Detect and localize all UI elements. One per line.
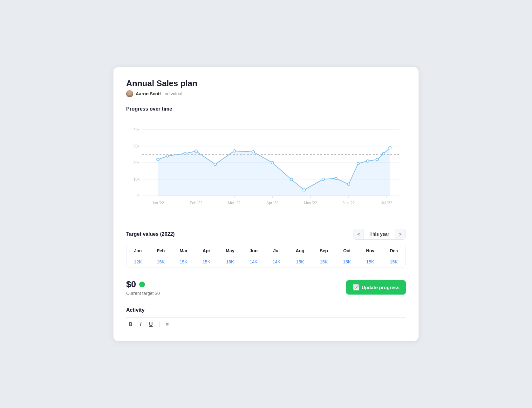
- svg-text:0: 0: [137, 194, 140, 198]
- svg-point-39: [366, 160, 369, 162]
- svg-text:Feb '22: Feb '22: [190, 201, 202, 205]
- year-nav: < This year >: [353, 229, 406, 240]
- user-row: Aaron Scott Individual: [126, 90, 406, 97]
- svg-point-37: [347, 183, 350, 185]
- svg-point-40: [376, 158, 379, 161]
- target-month-header: Jan: [126, 244, 149, 256]
- target-month-header: May: [218, 244, 242, 256]
- target-month-value: 16K: [218, 256, 242, 268]
- list-button[interactable]: ≡: [165, 321, 170, 328]
- target-section-title: Target values (2022): [126, 231, 175, 237]
- year-next-button[interactable]: >: [395, 229, 406, 239]
- progress-left: $0 Current target $0: [126, 279, 160, 296]
- target-month-value: 15K: [172, 256, 195, 268]
- toolbar-divider: [159, 322, 160, 327]
- svg-text:May '22: May '22: [304, 201, 317, 205]
- svg-text:10k: 10k: [133, 177, 140, 181]
- svg-point-42: [389, 146, 391, 149]
- target-month-value: 15K: [382, 256, 406, 268]
- year-nav-label: This year: [364, 229, 395, 239]
- target-month-value: 14K: [265, 256, 288, 268]
- target-month-value: 15K: [195, 256, 218, 268]
- svg-text:40k: 40k: [133, 127, 140, 132]
- svg-point-32: [271, 161, 274, 164]
- target-month-header: Nov: [358, 244, 382, 256]
- target-month-value: 14K: [242, 256, 265, 268]
- update-progress-label: Update progress: [362, 285, 399, 290]
- svg-point-29: [214, 163, 216, 166]
- italic-button[interactable]: i: [139, 321, 143, 328]
- target-month-value: 15K: [358, 256, 382, 268]
- activity-title: Activity: [126, 307, 406, 313]
- svg-point-38: [357, 162, 359, 165]
- update-progress-icon: 📈: [352, 284, 359, 291]
- svg-text:Apr '22: Apr '22: [266, 201, 278, 205]
- target-month-header: Sep: [312, 244, 335, 256]
- svg-point-36: [335, 177, 337, 180]
- main-card: Annual Sales plan Aaron Scott Individual…: [113, 67, 419, 341]
- progress-amount: $0: [126, 279, 160, 289]
- line-chart: 40k 30k 20k 10k 0 Jan '22 Feb '22 Mar '2…: [126, 117, 406, 219]
- svg-point-41: [382, 152, 385, 155]
- svg-text:Jan '22: Jan '22: [152, 201, 164, 205]
- bold-button[interactable]: B: [127, 321, 134, 328]
- svg-text:Jul '22: Jul '22: [381, 201, 392, 205]
- target-month-header: Dec: [382, 244, 406, 256]
- svg-text:30k: 30k: [133, 144, 140, 148]
- svg-point-26: [166, 155, 169, 157]
- target-month-value: 15K: [149, 256, 172, 268]
- underline-button[interactable]: U: [148, 321, 154, 328]
- target-month-value: 12K: [126, 256, 149, 268]
- target-header: Target values (2022) < This year >: [126, 229, 406, 240]
- target-month-header: Jul: [265, 244, 288, 256]
- svg-point-35: [322, 178, 324, 180]
- chart-section-title: Progress over time: [126, 106, 406, 112]
- svg-point-33: [290, 178, 293, 181]
- activity-section: Activity B i U ≡: [126, 307, 406, 331]
- target-month-value: 15K: [336, 256, 358, 268]
- year-prev-button[interactable]: <: [353, 229, 364, 239]
- target-month-header: Mar: [172, 244, 195, 256]
- amount-value: $0: [126, 279, 136, 289]
- svg-point-25: [157, 158, 159, 161]
- avatar: [126, 90, 133, 97]
- target-month-header: Aug: [288, 244, 312, 256]
- target-month-value: 15K: [312, 256, 335, 268]
- chart-container: 40k 30k 20k 10k 0 Jan '22 Feb '22 Mar '2…: [126, 117, 406, 219]
- svg-point-28: [195, 150, 197, 152]
- target-month-header: Oct: [336, 244, 358, 256]
- target-month-value: 15K: [288, 256, 312, 268]
- user-name: Aaron Scott: [136, 91, 161, 96]
- svg-point-27: [184, 152, 186, 155]
- target-month-header: Jun: [242, 244, 265, 256]
- svg-point-30: [233, 150, 235, 152]
- svg-text:Mar '22: Mar '22: [228, 201, 241, 205]
- svg-point-34: [303, 188, 305, 191]
- svg-point-31: [252, 151, 255, 153]
- status-dot: [139, 282, 145, 287]
- svg-text:20k: 20k: [133, 160, 140, 165]
- svg-text:Jun '22: Jun '22: [343, 201, 355, 205]
- target-section: Target values (2022) < This year > JanFe…: [126, 229, 406, 268]
- current-target: Current target $0: [126, 291, 160, 296]
- target-month-header: Feb: [149, 244, 172, 256]
- target-month-header: Apr: [195, 244, 218, 256]
- target-table: JanFebMarAprMayJunJulAugSepOctNovDec 12K…: [126, 244, 406, 268]
- activity-toolbar: B i U ≡: [126, 317, 406, 331]
- update-progress-button[interactable]: 📈 Update progress: [346, 280, 406, 295]
- page-title: Annual Sales plan: [126, 78, 406, 88]
- progress-section: $0 Current target $0 📈 Update progress: [126, 277, 406, 298]
- user-type: Individual: [163, 91, 182, 96]
